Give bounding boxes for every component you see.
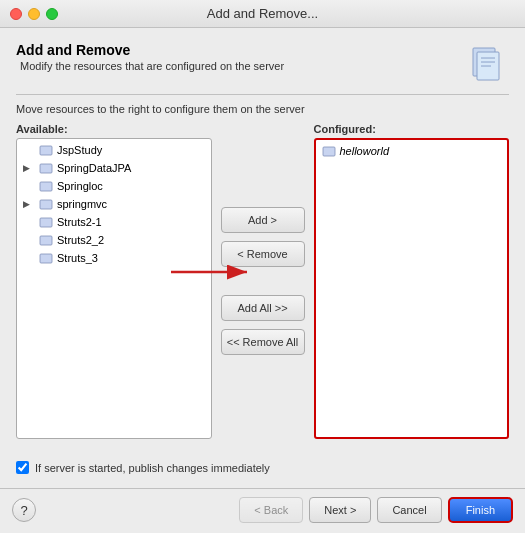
bulk-button-group: Add All >> << Remove All xyxy=(221,295,305,355)
list-item[interactable]: ▶SpringDataJPA xyxy=(19,159,209,177)
svg-rect-12 xyxy=(323,147,335,156)
expander-icon xyxy=(23,217,33,227)
configured-panel: Configured: helloworld xyxy=(314,123,510,439)
publish-checkbox[interactable] xyxy=(16,461,29,474)
item-label: helloworld xyxy=(340,145,390,157)
header-left: Add and Remove Modify the resources that… xyxy=(16,42,284,72)
svg-rect-7 xyxy=(40,182,52,191)
server-icon xyxy=(465,42,509,86)
list-item[interactable]: Struts2_2 xyxy=(19,231,209,249)
bottom-right: < Back Next > Cancel Finish xyxy=(239,497,513,523)
project-icon xyxy=(322,144,336,158)
list-item[interactable]: Struts2-1 xyxy=(19,213,209,231)
item-label: Springloc xyxy=(57,180,103,192)
remove-button[interactable]: < Remove xyxy=(221,241,305,267)
svg-rect-6 xyxy=(40,164,52,173)
dialog-content: Add and Remove Modify the resources that… xyxy=(0,28,525,488)
back-button[interactable]: < Back xyxy=(239,497,303,523)
header-section: Add and Remove Modify the resources that… xyxy=(16,42,509,86)
list-item[interactable]: ▶springmvc xyxy=(19,195,209,213)
item-label: springmvc xyxy=(57,198,107,210)
help-button[interactable]: ? xyxy=(12,498,36,522)
bottom-left: ? xyxy=(12,498,36,522)
item-label: Struts_3 xyxy=(57,252,98,264)
svg-rect-10 xyxy=(40,236,52,245)
item-label: JspStudy xyxy=(57,144,102,156)
help-icon: ? xyxy=(20,503,27,518)
project-icon xyxy=(39,143,53,157)
next-button[interactable]: Next > xyxy=(309,497,371,523)
minimize-button[interactable] xyxy=(28,8,40,20)
item-label: SpringDataJPA xyxy=(57,162,131,174)
button-column: Add > < Remove Add All >> << Remove All xyxy=(218,123,308,439)
bottom-bar: ? < Back Next > Cancel Finish xyxy=(0,488,525,533)
list-item[interactable]: JspStudy xyxy=(19,141,209,159)
project-icon xyxy=(39,215,53,229)
publish-checkbox-row: If server is started, publish changes im… xyxy=(16,455,509,478)
finish-button[interactable]: Finish xyxy=(448,497,513,523)
svg-rect-8 xyxy=(40,200,52,209)
add-all-button[interactable]: Add All >> xyxy=(221,295,305,321)
svg-rect-9 xyxy=(40,218,52,227)
expander-icon xyxy=(23,235,33,245)
project-icon xyxy=(39,251,53,265)
title-bar: Add and Remove... xyxy=(0,0,525,28)
maximize-button[interactable] xyxy=(46,8,58,20)
window-controls[interactable] xyxy=(10,8,58,20)
list-item[interactable]: Springloc xyxy=(19,177,209,195)
svg-rect-5 xyxy=(40,146,52,155)
page-subtitle: Modify the resources that are configured… xyxy=(20,60,284,72)
project-icon xyxy=(39,233,53,247)
instruction-text: Move resources to the right to configure… xyxy=(16,94,509,115)
list-item[interactable]: Struts_3 xyxy=(19,249,209,267)
available-panel: Available: JspStudy▶SpringDataJPASpringl… xyxy=(16,123,212,439)
project-icon xyxy=(39,197,53,211)
configured-label: Configured: xyxy=(314,123,510,135)
project-icon xyxy=(39,161,53,175)
page-title: Add and Remove xyxy=(16,42,284,58)
project-icon xyxy=(39,179,53,193)
configured-list[interactable]: helloworld xyxy=(314,138,510,439)
expander-icon xyxy=(23,181,33,191)
available-list[interactable]: JspStudy▶SpringDataJPASpringloc▶springmv… xyxy=(16,138,212,439)
add-button[interactable]: Add > xyxy=(221,207,305,233)
transfer-area: Available: JspStudy▶SpringDataJPASpringl… xyxy=(16,123,509,439)
expander-icon: ▶ xyxy=(23,199,33,209)
expander-icon xyxy=(23,145,33,155)
close-button[interactable] xyxy=(10,8,22,20)
list-item[interactable]: helloworld xyxy=(318,142,506,160)
publish-checkbox-label[interactable]: If server is started, publish changes im… xyxy=(35,462,270,474)
cancel-button[interactable]: Cancel xyxy=(377,497,441,523)
item-label: Struts2-1 xyxy=(57,216,102,228)
expander-icon xyxy=(23,253,33,263)
available-label: Available: xyxy=(16,123,212,135)
expander-icon: ▶ xyxy=(23,163,33,173)
svg-rect-11 xyxy=(40,254,52,263)
window-title: Add and Remove... xyxy=(207,6,318,21)
remove-all-button[interactable]: << Remove All xyxy=(221,329,305,355)
item-label: Struts2_2 xyxy=(57,234,104,246)
